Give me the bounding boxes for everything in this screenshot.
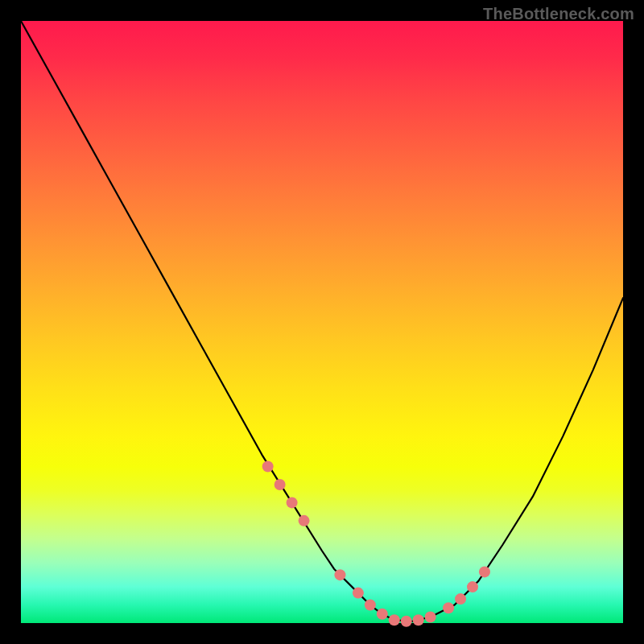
marker-dot [389, 614, 400, 625]
marker-dot [353, 588, 364, 599]
marker-dot [275, 479, 286, 490]
curve-line [21, 21, 623, 621]
marker-dot [262, 461, 274, 473]
chart-svg [21, 21, 623, 623]
plot-area [21, 21, 623, 623]
marker-dot [365, 600, 376, 611]
marker-dot [377, 609, 388, 620]
marker-dot [479, 566, 490, 577]
marker-dot [425, 612, 436, 623]
marker-dot [334, 569, 345, 580]
marker-dot [413, 614, 424, 625]
marker-dot [455, 593, 466, 605]
marker-dot [443, 602, 454, 613]
chart-container: TheBottleneck.com [0, 0, 644, 644]
marker-dot [299, 515, 310, 526]
marker-dot [467, 581, 478, 592]
marker-dot [287, 497, 298, 508]
marker-dot [401, 616, 412, 627]
curve-markers [262, 461, 490, 627]
watermark-text: TheBottleneck.com [483, 5, 634, 23]
